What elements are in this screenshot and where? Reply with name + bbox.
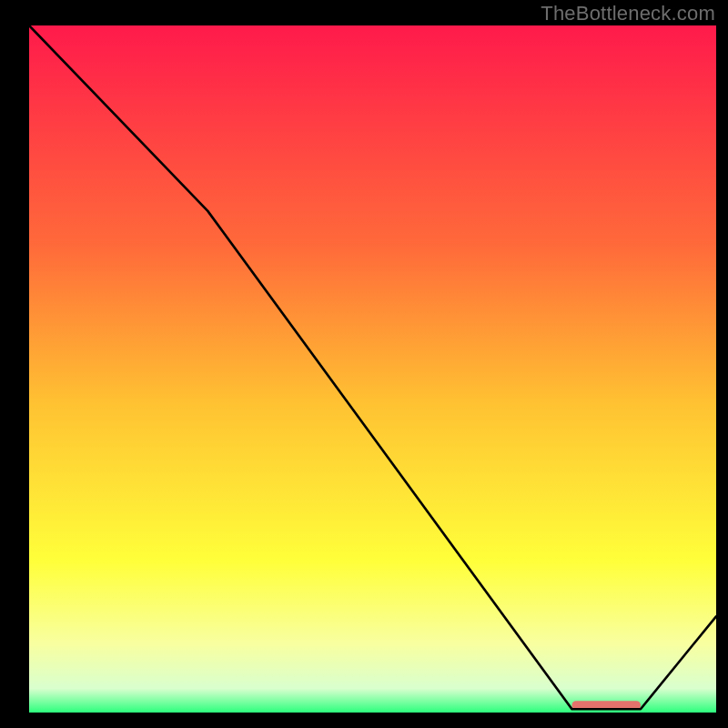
plot-gradient bbox=[29, 25, 716, 713]
plot-area bbox=[29, 25, 716, 703]
watermark-text: TheBottleneck.com bbox=[541, 2, 715, 25]
highlight-bar bbox=[571, 701, 641, 710]
svg-rect-0 bbox=[29, 25, 716, 713]
chart-frame: TheBottleneck.com bbox=[0, 0, 728, 728]
